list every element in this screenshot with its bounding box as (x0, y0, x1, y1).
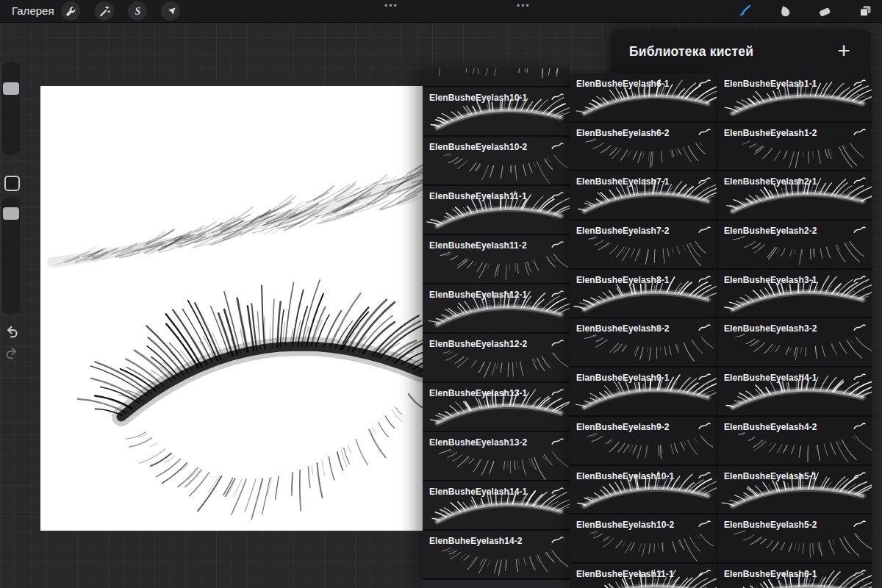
brush-name: ElenBusheEyelash10-2 (429, 142, 527, 152)
brush-name: ElenBusheEyelash11-1 (429, 191, 527, 201)
brush-signature-icon (551, 192, 564, 199)
brush-name: ElanBusheEyelash9-1 (576, 373, 670, 383)
redo-button[interactable] (4, 345, 20, 362)
brush-name: ElenBusheEyelash6-1 (576, 79, 670, 89)
brush-signature-icon (698, 129, 711, 136)
brush-signature-icon (853, 129, 866, 136)
brush-item[interactable]: ElenBusheEyelash4-1 (717, 368, 872, 417)
brush-signature-icon (551, 487, 564, 495)
brush-item[interactable]: ElenBusheEyelash1-1 (717, 74, 872, 123)
drawing-canvas[interactable] (40, 86, 423, 531)
brush-item[interactable]: ElenBusheEyelash10-2 (570, 514, 717, 564)
svg-text:S: S (135, 6, 141, 17)
brush-name: ElenBusheEyelash2-2 (724, 226, 817, 236)
brush-signature-icon (698, 226, 711, 234)
paint-tool-button[interactable] (736, 2, 753, 20)
brush-item[interactable]: ElenBusheEyelash5-1 (717, 466, 872, 515)
adjustments-button[interactable] (95, 1, 114, 21)
smudge-tool-button[interactable] (776, 2, 794, 20)
brush-name: ElenBusheEyelash5-2 (724, 520, 817, 530)
brush-item[interactable]: ElenBusheEyelash14-1 (423, 481, 570, 531)
opacity-slider-handle[interactable] (3, 207, 19, 220)
eraser-icon (817, 4, 832, 18)
brush-signature-icon (698, 423, 711, 430)
brush-item[interactable]: ElenBusheEyelash2-1 (717, 171, 872, 220)
brush-item-partial[interactable] (423, 580, 570, 588)
brush-size-slider[interactable] (2, 62, 20, 155)
brush-name: ElenBusheEyelash8-2 (576, 323, 670, 334)
brush-item[interactable]: ElenBusheEyelash13-1 (423, 383, 570, 432)
brush-item[interactable]: ElenBusheEyelash12-1 (423, 284, 570, 334)
brush-item[interactable]: ElenBusheEyelash3-2 (717, 318, 872, 368)
brush-name: ElenBusheEyelash4-2 (724, 422, 817, 432)
brush-item[interactable]: ElenBusheEyelash8-2 (570, 318, 717, 368)
brush-name: ElenBusheEyelash3-1 (724, 275, 817, 285)
brush-item[interactable]: ElenBusheEyelash7-1 (570, 171, 717, 220)
brush-signature-icon (698, 570, 711, 577)
selection-button[interactable]: S (128, 1, 147, 21)
smudge-icon (778, 4, 792, 18)
brush-item[interactable]: ElenBusheEyelash11-2 (423, 235, 570, 284)
brush-signature-icon (698, 520, 711, 528)
brush-item[interactable]: ElenBusheEyelash12-2 (423, 334, 570, 383)
undo-icon (4, 331, 20, 343)
brush-signature-icon (853, 276, 866, 283)
brush-name: ElenBusheEyelash10-1 (429, 93, 527, 103)
brush-item[interactable]: ElenBuheEyelash14-2 (423, 531, 570, 580)
brush-item[interactable]: ElenBusheEyelash11-1 (570, 564, 717, 588)
brush-name: ElenBusheEyelash7-2 (576, 226, 670, 236)
brush-item[interactable]: ElenBusheEyelash4-2 (717, 417, 872, 466)
window-controls-left-app[interactable]: ••• (384, 0, 398, 12)
brush-signature-icon (551, 143, 564, 150)
brush-name: ElenBusheEyelash8-1 (576, 275, 670, 285)
paint-brush-icon (737, 4, 752, 18)
brush-item[interactable]: ElenBusheEyelash1-2 (717, 123, 872, 172)
brush-item-partial[interactable] (423, 68, 570, 87)
brush-name: ElenBusheEyelash11-1 (576, 569, 674, 579)
erase-tool-button[interactable] (816, 2, 833, 20)
transform-button[interactable] (161, 1, 180, 21)
brush-library-title: Библиотека кистей (629, 44, 753, 60)
brush-item[interactable]: ElenBusheEyelash8-1 (570, 270, 717, 319)
brush-item[interactable]: ElenBusheEyelash10-1 (423, 87, 570, 137)
window-controls-right-app[interactable]: ••• (517, 0, 531, 12)
brush-signature-icon (551, 241, 564, 248)
brush-signature-icon (853, 177, 866, 184)
brush-signature-icon (853, 324, 866, 331)
brush-name: ElenBuheEyelash14-2 (429, 536, 523, 546)
brush-item[interactable]: ElenBusheEyelash10-1 (570, 466, 717, 515)
brush-column-floating-1: ElenBusheEyelash10-1ElenBusheEyelash10-2… (423, 68, 570, 588)
brush-item[interactable]: ElenBusheEyelash7-2 (570, 220, 717, 270)
brush-item[interactable]: ElenBusheEyelash13-2 (423, 432, 570, 481)
brush-item[interactable]: ElenBusheEyelash3-1 (717, 270, 872, 319)
opacity-slider[interactable] (2, 197, 20, 315)
brush-signature-icon (551, 389, 564, 396)
brush-item[interactable]: ElenBusheEyelash10-2 (423, 137, 570, 186)
brush-name: ElenBusheEyelash1-1 (724, 79, 817, 89)
layers-button[interactable] (856, 2, 874, 20)
brush-item[interactable]: ElenBusheEyelash11-1 (423, 186, 570, 235)
brush-item[interactable]: ElenBusheEyelash6-2 (570, 123, 717, 172)
gallery-button[interactable]: Галерея (12, 4, 54, 17)
redo-icon (4, 353, 20, 364)
eye-lash-artwork (40, 86, 423, 531)
brush-item[interactable]: ElenBusheEyelash6-1 (717, 564, 872, 588)
selection-s-icon: S (131, 4, 144, 18)
add-brush-button[interactable]: + (833, 35, 855, 66)
brush-signature-icon (698, 177, 711, 184)
brush-name: ElenBusheEyelash11-2 (429, 240, 527, 251)
actions-button[interactable] (61, 1, 80, 21)
brush-name: ElenBusheEyelash10-2 (576, 520, 674, 530)
brush-name: ElenBusheEyelash1-2 (724, 128, 817, 138)
brush-item[interactable]: ElenBusheEyelash2-2 (717, 220, 872, 270)
modify-button[interactable] (4, 176, 20, 191)
brush-item[interactable]: ElanBusheEyelash9-1 (570, 368, 717, 417)
brush-size-slider-handle[interactable] (3, 82, 19, 95)
brush-item[interactable]: ElenBusheEyelash5-2 (717, 514, 872, 564)
brush-name: ElenBusheEyelash9-2 (576, 422, 670, 432)
undo-button[interactable] (4, 324, 20, 340)
brush-name: ElenBusheEyelash3-2 (724, 323, 817, 334)
brush-name: ElenBusheEyelash6-1 (724, 569, 817, 579)
brush-item[interactable]: ElenBusheEyelash6-1 (570, 74, 717, 123)
brush-item[interactable]: ElenBusheEyelash9-2 (570, 417, 717, 466)
